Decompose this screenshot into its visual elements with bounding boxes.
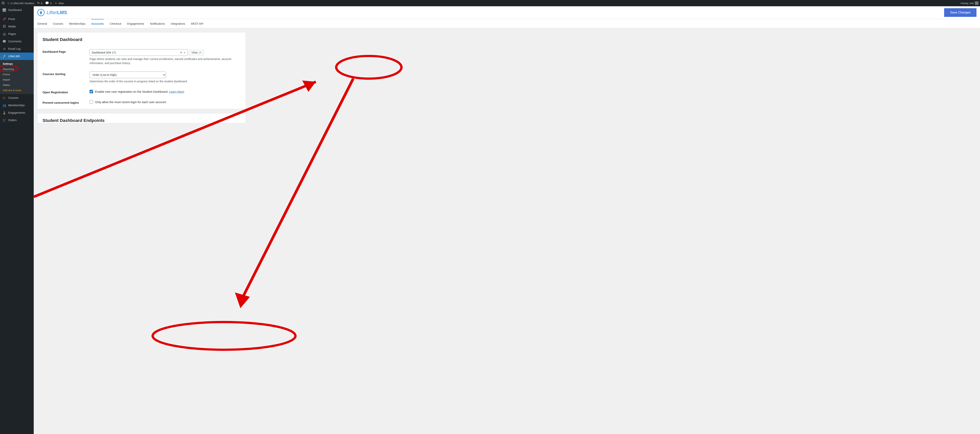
panel-title: Student Dashboard [43,37,240,42]
badge-icon: 🏅 [2,111,6,114]
admin-sidebar: 📊Dashboard 📌Posts 🖼Media ▤Pages 💬Comment… [0,6,34,434]
sidebar-sub-import[interactable]: Import [0,77,34,82]
sidebar-item-orders[interactable]: 🛒Orders [0,116,34,124]
sidebar-item-label: Engagements [8,111,25,114]
brand: LifterLMS [37,9,67,18]
tab-general[interactable]: General [37,19,47,28]
site-name: A LifterLMS Sandbox [11,2,35,5]
tab-accounts[interactable]: Accounts [91,19,104,28]
row-courses-sorting: Courses Sorting Order (Low to High) Dete… [43,72,240,84]
tab-checkout[interactable]: Checkout [110,19,121,28]
lifterlms-logo-icon [37,9,45,16]
people-icon: 👥 [2,103,6,107]
sidebar-sub-reporting[interactable]: Reporting [0,67,34,72]
sidebar-sub-settings[interactable]: Settings [0,61,34,67]
new-label: New [59,2,64,5]
help-courses-sorting: Determines the order of the courses in-p… [89,79,239,84]
cart-icon: 🛒 [2,118,6,122]
sidebar-item-posts[interactable]: 📌Posts [0,15,34,23]
sidebar-sub-status[interactable]: Status [0,82,34,87]
svg-point-1 [40,11,41,12]
sidebar-item-label: Media [8,25,16,28]
chevron-down-icon: ▼ [183,52,185,54]
prevent-concurrent-text: Only allow the most recent login for eac… [95,100,167,104]
new-content-link[interactable]: ＋New [54,2,64,5]
sidebar-item-label: Dashboard [8,8,22,11]
svg-marker-3 [235,293,250,308]
graduation-icon: 🎓 [2,96,6,100]
account-link[interactable]: Howdy, trial [961,2,978,5]
pin-icon: 📌 [2,17,6,21]
mail-icon: ✉ [2,47,6,51]
sidebar-item-engagements[interactable]: 🏅Engagements [0,109,34,116]
help-dashboard-page: Page where students can view and manage … [89,57,239,65]
tab-engagements[interactable]: Engagements [127,19,144,28]
sidebar-item-label: Posts [8,17,15,21]
tab-rest-api[interactable]: REST API [191,19,204,28]
row-prevent-concurrent: Prevent concurrent logins Only allow the… [43,100,240,104]
save-changes-button[interactable]: Save Changes [944,8,977,17]
tab-notifications[interactable]: Notifications [150,19,165,28]
howdy-text: Howdy, trial [961,2,974,5]
sidebar-item-label: Email Log [8,47,21,50]
tab-accounts-highlight [336,56,401,79]
sidebar-item-label: Pages [8,32,16,35]
sidebar-item-courses[interactable]: 🎓Courses [0,94,34,102]
clear-icon[interactable]: ✕ [179,51,183,54]
endpoints-title: Student Dashboard Endpoints [43,118,240,123]
admin-bar: ⓦ ⌂A LifterLMS Sandbox ↻6 💬0 ＋New Howdy,… [0,0,980,6]
comment-icon: 💬 [45,2,49,5]
settings-tabbar: General Courses Memberships Accounts Che… [34,19,980,28]
sidebar-item-memberships[interactable]: 👥Memberships [0,102,34,109]
open-registration-checkbox[interactable] [89,90,93,93]
student-dashboard-panel: Student Dashboard Dashboard Page Dashboa… [37,32,246,109]
open-registration-text: Enable new user registration on the Stud… [95,90,185,93]
sidebar-item-dashboard[interactable]: 📊Dashboard [0,6,34,14]
sidebar-item-label: Orders [8,119,17,122]
site-link[interactable]: ⌂A LifterLMS Sandbox [8,2,35,5]
svg-marker-2 [302,81,316,92]
sidebar-item-pages[interactable]: ▤Pages [0,30,34,38]
refresh-icon: ↻ [37,2,40,5]
page-header: LifterLMS Save Changes [34,6,980,19]
sidebar-item-comments[interactable]: 💬Comments [0,38,34,45]
sidebar-item-label: Memberships [8,104,25,107]
sidebar-sub-forms[interactable]: Forms [0,72,34,77]
view-label: View [192,51,197,54]
tab-courses[interactable]: Courses [53,19,63,28]
sidebar-item-media[interactable]: 🖼Media [0,23,34,30]
wordpress-icon: ⓦ [2,2,5,5]
dashboard-page-value: Dashboard (ID# 17) [92,51,179,54]
plus-icon: ＋ [54,2,57,5]
row-open-registration: Open Registration Enable new user regist… [43,90,240,94]
label-prevent-concurrent: Prevent concurrent logins [43,100,89,104]
media-icon: 🖼 [2,24,6,29]
dashboard-page-select[interactable]: Dashboard (ID# 17) ✕ ▼ [89,49,188,56]
updates-count: 6 [41,2,42,5]
courses-sorting-select[interactable]: Order (Low to High) [89,72,166,78]
dashboard-icon: 📊 [2,8,6,12]
home-icon: ⌂ [8,2,10,5]
sidebar-item-lifterlms[interactable]: 🚀LifterLMS [0,52,34,60]
wp-logo[interactable]: ⓦ [2,2,5,5]
main-content: LifterLMS Save Changes General Courses M… [34,6,980,434]
pages-icon: ▤ [2,32,6,36]
sidebar-sub-addons[interactable]: Add-ons & more [0,87,34,93]
endpoints-panel: Student Dashboard Endpoints [37,113,246,123]
updates-link[interactable]: ↻6 [37,2,42,5]
row-dashboard-page: Dashboard Page Dashboard (ID# 17) ✕ ▼ Vi… [43,49,240,65]
comments-count: 0 [50,2,51,5]
tab-integrations[interactable]: Integrations [171,19,185,28]
sidebar-item-email-log[interactable]: ✉Email Log [0,45,34,52]
prevent-concurrent-checkbox[interactable] [89,100,93,104]
learn-more-link[interactable]: Learn More [169,90,184,93]
avatar-icon [975,2,978,5]
comments-link[interactable]: 💬0 [45,2,51,5]
tab-memberships[interactable]: Memberships [69,19,86,28]
label-open-registration: Open Registration [43,90,89,94]
label-dashboard-page: Dashboard Page [43,49,89,53]
label-courses-sorting: Courses Sorting [43,72,89,76]
comment-icon: 💬 [2,40,6,43]
view-page-button[interactable]: View↗ [189,49,204,56]
rocket-icon: 🚀 [2,54,6,58]
